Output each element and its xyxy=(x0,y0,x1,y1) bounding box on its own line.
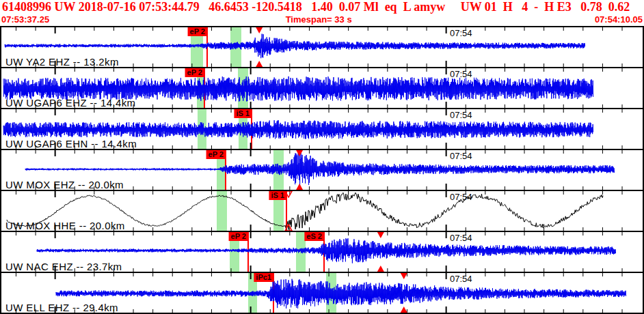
pick-label[interactable]: iPc1 xyxy=(254,273,273,282)
minute-label: 07:54 xyxy=(450,110,472,120)
station-label: UW UGAP6 EHN -- 14.4km xyxy=(5,138,137,149)
minute-label: 07:54 xyxy=(450,274,472,284)
trace-panel[interactable]: 07:54 UW NAC EHZ -- 23.7km eP 2eS 2 xyxy=(1,231,643,272)
pick-label[interactable]: iS 1 xyxy=(269,191,286,200)
arrival-marker-icon[interactable] xyxy=(377,266,384,272)
pick-label[interactable]: iS 1 xyxy=(234,109,252,118)
pick-label[interactable]: eS 2 xyxy=(304,232,324,241)
arrival-marker-icon[interactable] xyxy=(401,306,407,313)
station-label: UW MOX HHE -- 20.0km xyxy=(5,220,125,231)
station-label: UW MOX EHZ -- 20.0km xyxy=(5,179,124,190)
minute-label: 07:54 xyxy=(450,69,472,79)
trace-panel[interactable]: 07:54 UW UGAP6 EHN -- 14.4km iS 1 xyxy=(1,108,643,149)
minute-label: 07:54 xyxy=(450,151,472,161)
arrival-marker-icon[interactable] xyxy=(296,184,303,190)
pick-label[interactable]: eP 2 xyxy=(185,68,204,77)
trace-panel[interactable]: 07:54 UW MOX EHZ -- 20.0km eP 2 xyxy=(1,149,643,190)
seismic-waveform-viewer: 61408996 UW 2018-07-16 07:53:44.79 46.64… xyxy=(0,0,644,314)
trace-panel-stack: 07:54 UW YA2 EHZ -- 13.2km eP 2 07:54 UW… xyxy=(0,26,644,314)
station-label: UW YA2 EHZ -- 13.2km xyxy=(5,56,119,68)
trace-panel[interactable]: 07:54 UW YA2 EHZ -- 13.2km eP 2 xyxy=(1,26,643,67)
pick-label[interactable]: eP 2 xyxy=(206,150,226,159)
station-label: UW NAC EHZ -- 23.7km xyxy=(5,261,122,272)
pick-label[interactable]: eP 2 xyxy=(188,27,207,36)
window-start-time: 07:53:37.25 xyxy=(1,14,49,25)
arrival-marker-icon[interactable] xyxy=(256,61,263,67)
pick-label[interactable]: eP 2 xyxy=(229,232,248,241)
station-label: UW ELL EHZ -- 29.4km xyxy=(5,302,118,313)
trace-panel[interactable]: 07:54 UW ELL EHZ -- 29.4km iPc1 xyxy=(1,272,643,313)
station-label: UW UGAP6 EHZ -- 14.4km xyxy=(5,97,136,109)
arrival-marker-icon[interactable] xyxy=(401,273,407,279)
arrival-marker-icon[interactable] xyxy=(256,27,263,33)
trace-panel[interactable]: 07:54 UW UGAP6 EHZ -- 14.4km eP 2 xyxy=(1,67,643,108)
minute-label: 07:54 xyxy=(450,28,472,38)
event-header: 61408996 UW 2018-07-16 07:53:44.79 46.64… xyxy=(0,0,644,26)
timespan-label: Timespan= 33 s xyxy=(286,14,352,25)
time-window-bar: 07:53:37.25 Timespan= 33 s 07:54:10.05 xyxy=(0,14,644,25)
event-summary-line: 61408996 UW 2018-07-16 07:53:44.79 46.64… xyxy=(0,0,644,14)
arrival-marker-icon[interactable] xyxy=(377,232,384,238)
minute-label: 07:54 xyxy=(450,192,472,202)
trace-panel[interactable]: 07:54 UW MOX HHE -- 20.0km iS 1 xyxy=(1,190,643,231)
window-end-time: 07:54:10.05 xyxy=(595,14,643,25)
minute-label: 07:54 xyxy=(450,233,472,243)
